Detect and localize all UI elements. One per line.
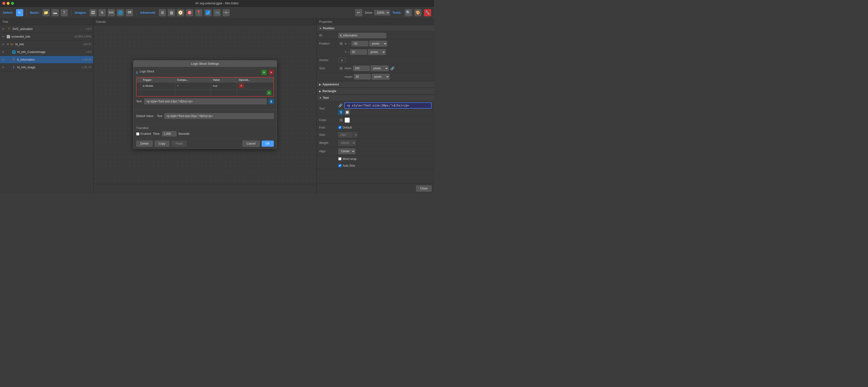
height-unit-select[interactable]: pixels percent bbox=[372, 74, 390, 79]
globe-icon[interactable]: 🌐 bbox=[117, 9, 124, 16]
folder-icon[interactable]: 📁 bbox=[42, 9, 50, 16]
copy-button[interactable]: Copy bbox=[155, 140, 169, 147]
transition-time-input[interactable] bbox=[162, 131, 177, 136]
rectangle-icon[interactable]: ▬ bbox=[52, 9, 59, 16]
width-input[interactable] bbox=[353, 66, 370, 71]
x-unit-select[interactable]: pixels percent bbox=[369, 41, 387, 46]
expand-arrow-htinfo[interactable]: ▼ bbox=[7, 43, 9, 45]
font-size-input[interactable] bbox=[338, 132, 353, 137]
weight-select[interactable]: Inherit Normal Bold bbox=[338, 140, 356, 146]
tree-item-tt-information[interactable]: 👁 T tt_information ↘-50,30 bbox=[0, 56, 93, 64]
video-icon[interactable]: 📹 bbox=[213, 9, 221, 16]
auto-size-label[interactable]: Auto Size bbox=[338, 164, 355, 167]
eye-icon-2[interactable]: 👁 bbox=[2, 35, 7, 38]
operation-cell[interactable]: × bbox=[237, 83, 274, 90]
slider-icon[interactable]: ⊣⊢ bbox=[222, 9, 230, 16]
word-wrap-label[interactable]: Word wrap bbox=[338, 157, 356, 161]
y-unit-select[interactable]: pixels percent bbox=[368, 49, 386, 55]
anchor-value-container: ⊞ bbox=[338, 58, 432, 63]
ok-button[interactable]: OK bbox=[261, 140, 274, 147]
color-link-icon[interactable]: ⛓ bbox=[338, 118, 344, 123]
search-icon[interactable]: 🔍 bbox=[405, 9, 412, 16]
cancel-button[interactable]: Cancel bbox=[242, 140, 259, 147]
id-value-container bbox=[338, 33, 432, 38]
text-section-label: Text bbox=[323, 96, 329, 99]
canvas-area[interactable]: Logic Block Settings ℹ Logic Block + × bbox=[94, 25, 316, 184]
grid-icon[interactable]: ▦ bbox=[168, 9, 175, 16]
wrench-icon[interactable]: 🔧 bbox=[424, 9, 431, 16]
eye-icon-5[interactable]: 👁 bbox=[2, 58, 7, 61]
transition-enabled-checkbox[interactable] bbox=[136, 132, 139, 135]
zoom-select[interactable]: 100% 75% 50% 150% 200% bbox=[374, 10, 390, 15]
width-unit-select[interactable]: pixels percent bbox=[371, 65, 389, 71]
delete-row-button[interactable]: × bbox=[239, 84, 244, 88]
table-row[interactable]: Is Mobile = true × bbox=[136, 83, 274, 90]
compass-icon[interactable]: 🧭 bbox=[177, 9, 184, 16]
id-input[interactable] bbox=[338, 33, 386, 38]
x-input[interactable] bbox=[351, 41, 368, 46]
select-tool-icon[interactable]: ↖ bbox=[16, 9, 23, 16]
delete-button[interactable]: Delete bbox=[136, 140, 153, 147]
tree-item-htinfo[interactable]: 👁 ▼ ⊙ ht_info ↘52,37 bbox=[0, 40, 93, 48]
auto-size-checkbox[interactable] bbox=[338, 164, 341, 167]
value-cell[interactable]: true bbox=[211, 83, 237, 90]
font-default-checkbox[interactable] bbox=[338, 126, 341, 129]
minimize-button[interactable] bbox=[7, 2, 9, 5]
default-value-input[interactable] bbox=[164, 113, 274, 119]
position-link-icon[interactable]: ⛓ bbox=[338, 41, 344, 46]
width-chain-icon[interactable]: 🔗 bbox=[390, 66, 395, 71]
tree-item-custom-image[interactable]: 👁 🌐 ht_info_CustomImage ↙0,0 bbox=[0, 48, 93, 56]
eye-icon-3[interactable]: 👁 bbox=[2, 43, 7, 46]
text-link-button[interactable]: $ bbox=[269, 99, 274, 104]
align-select[interactable]: Center Left Right bbox=[338, 149, 355, 154]
font-size-stepper[interactable]: ▾ bbox=[354, 132, 358, 137]
enabled-checkbox-label[interactable]: Enabled bbox=[136, 132, 151, 135]
map2-icon[interactable]: 🗾 bbox=[204, 9, 212, 16]
monitor-icon[interactable]: 🖥 bbox=[159, 9, 166, 16]
eye-icon-6[interactable]: 👁 bbox=[2, 66, 7, 69]
tt-information-name: tt_information bbox=[17, 58, 80, 61]
toolbar: Select: ↖ Basic: 📁 ▬ T Images: 🖼 🖱 SVG 🌐… bbox=[0, 7, 434, 19]
tree-item-screentint[interactable]: 👁 screentint_info ↘0.00%,0.00% bbox=[0, 33, 93, 40]
eye-icon-4[interactable]: 👁 bbox=[2, 51, 7, 54]
undo-icon[interactable]: ↩ bbox=[355, 9, 362, 16]
position-section-header[interactable]: ▼ Position bbox=[317, 25, 434, 32]
y-input[interactable] bbox=[350, 50, 367, 55]
svg-icon[interactable]: SVG bbox=[108, 9, 115, 16]
compare-cell[interactable]: = bbox=[175, 83, 211, 90]
maximize-button[interactable] bbox=[11, 2, 14, 5]
paste-button[interactable]: Paste bbox=[172, 140, 187, 147]
text-icon[interactable]: T bbox=[61, 9, 68, 16]
eye-icon-1[interactable]: 👁 bbox=[2, 28, 7, 30]
tree-item-svg-animation[interactable]: 👁 T SVG_animation ↙0,0 bbox=[0, 25, 93, 33]
text-section-header[interactable]: ▼ Text bbox=[317, 95, 434, 101]
cursor-icon[interactable]: 🖱 bbox=[98, 9, 106, 16]
delete-block-button[interactable]: × bbox=[269, 70, 274, 75]
pin-icon[interactable]: 📍 bbox=[195, 9, 203, 16]
target-icon[interactable]: 🎯 bbox=[186, 9, 193, 16]
word-wrap-checkbox[interactable] bbox=[338, 157, 341, 160]
anchor-grid-button[interactable]: ⊞ bbox=[338, 58, 345, 63]
palette-icon[interactable]: 🎨 bbox=[414, 9, 422, 16]
close-button[interactable] bbox=[2, 2, 5, 5]
size-link-icon[interactable]: ⛓ bbox=[338, 66, 344, 71]
compare-value: = bbox=[177, 85, 179, 87]
dialog-text-input[interactable] bbox=[144, 99, 267, 104]
font-default-label[interactable]: Default bbox=[338, 126, 352, 129]
add-row-button[interactable]: + bbox=[267, 90, 272, 95]
appearance-section-header[interactable]: ▶ Appearance bbox=[317, 81, 434, 88]
text-value-input[interactable] bbox=[344, 102, 432, 108]
text-expand-button[interactable]: ⬜ bbox=[345, 109, 350, 115]
map-icon[interactable]: 🗺 bbox=[126, 9, 133, 16]
tree-item-htinfo-image[interactable]: 👁 ℹ ht_info_image ↘-16,-17 bbox=[0, 64, 93, 71]
add-condition-button[interactable]: + bbox=[261, 70, 267, 75]
color-swatch[interactable] bbox=[345, 118, 350, 123]
text-sub-row: $ ⬜ bbox=[338, 109, 350, 115]
screentint-pos: ↘0.00%,0.00% bbox=[73, 35, 91, 38]
image-icon[interactable]: 🖼 bbox=[89, 9, 97, 16]
trigger-cell[interactable]: Is Mobile bbox=[141, 83, 175, 90]
close-button[interactable]: Close bbox=[416, 185, 432, 192]
text-dollar-button[interactable]: $ bbox=[338, 109, 344, 115]
rectangle-section-header[interactable]: ▶ Rectangle bbox=[317, 88, 434, 94]
height-input[interactable] bbox=[354, 74, 371, 79]
